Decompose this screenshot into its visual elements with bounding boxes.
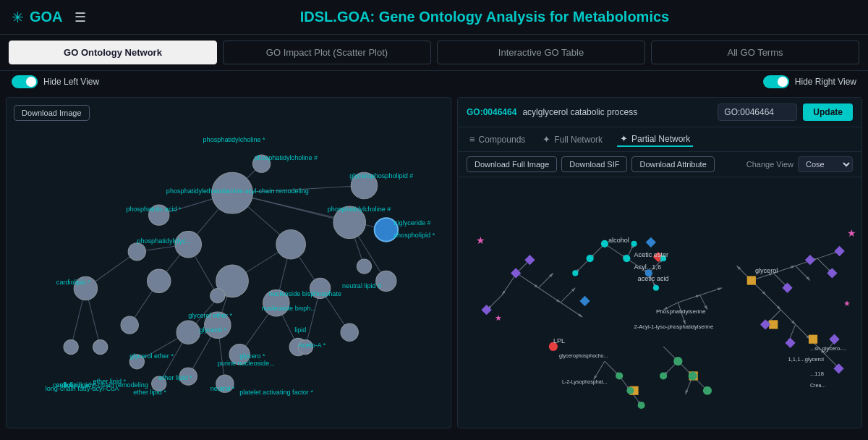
svg-text:★: ★ [476, 234, 485, 246]
svg-point-50 [64, 339, 78, 354]
svg-point-174 [572, 270, 578, 276]
download-attribute-btn[interactable]: Download Attribute [631, 156, 714, 172]
svg-point-175 [653, 285, 659, 291]
change-view-label: Change View [746, 160, 793, 169]
svg-point-45 [176, 321, 200, 344]
svg-text:Aceto-A *: Aceto-A * [298, 342, 326, 349]
change-view-group: Change View Cose Circle Grid Random [746, 156, 853, 172]
logo-icon: ✳ [12, 9, 24, 26]
go-name-label: acylglycerol catabolic process [522, 107, 712, 117]
go-id-label: GO:0046464 [467, 107, 516, 117]
header-title: IDSL.GOA: Gene Ontology Analysis for Met… [113, 9, 856, 25]
view-select[interactable]: Cose Circle Grid Random [798, 156, 853, 172]
svg-point-155 [660, 372, 667, 379]
svg-point-41 [148, 269, 171, 292]
full-network-tab-label: Full Network [554, 135, 603, 145]
svg-text:glycerol ether *: glycerol ether * [129, 352, 174, 360]
tab-compounds[interactable]: ≡ Compounds [467, 132, 528, 146]
svg-point-173 [631, 241, 637, 247]
svg-point-154 [703, 386, 712, 395]
tab-go-table[interactable]: Interactive GO Table [437, 41, 645, 64]
hamburger-button[interactable]: ☰ [69, 7, 92, 28]
svg-rect-149 [809, 335, 817, 344]
right-top-bar: GO:0046464 acylglycerol catabolic proces… [458, 98, 861, 127]
svg-text:acetic acid: acetic acid [638, 275, 669, 282]
svg-text:phosphatidylethanolamine acyl-: phosphatidylethanolamine acyl-chain remo… [166, 187, 309, 195]
controls-row: Hide Left View Hide Right View [0, 71, 868, 93]
svg-text:LPL: LPL [553, 337, 565, 344]
header: ✳ GOA ☰ IDSL.GOA: Gene Ontology Analysis… [0, 0, 868, 35]
svg-text:★: ★ [843, 299, 851, 308]
svg-text:glycerol *: glycerol * [199, 326, 226, 334]
hide-left-toggle[interactable] [12, 75, 38, 88]
tab-go-terms[interactable]: All GO Terms [651, 41, 859, 64]
svg-text:Acyl...1,6: Acyl...1,6 [634, 263, 661, 271]
download-sif-btn[interactable]: Download SIF [561, 156, 627, 172]
logo-area: ✳ GOA ☰ [12, 7, 113, 28]
svg-text:nucleoside bisph...: nucleoside bisph... [262, 305, 316, 312]
svg-point-157 [638, 402, 645, 409]
logo-text: GOA [30, 9, 63, 25]
svg-text:phosphatidylcholine #: phosphatidylcholine # [328, 206, 392, 213]
right-panel-tabs: ≡ Compounds ✦ Full Network ✦ Partial Net… [458, 127, 861, 152]
partial-network-tab-label: Partial Network [631, 134, 690, 144]
svg-point-32 [276, 229, 306, 259]
svg-text:...sn-glycero-...: ...sn-glycero-... [810, 345, 846, 352]
hide-right-toggle-group: Hide Right View [763, 75, 856, 88]
svg-rect-89 [458, 185, 861, 420]
tab-partial-network[interactable]: ✦ Partial Network [617, 132, 693, 147]
svg-point-52 [341, 323, 358, 341]
right-panel: GO:0046464 acylglycerol catabolic proces… [457, 97, 862, 428]
tab-go-ontology[interactable]: GO Ontology Network [9, 41, 217, 64]
compounds-tab-label: Compounds [479, 135, 526, 145]
svg-text:★: ★ [495, 313, 502, 322]
svg-point-33 [175, 231, 201, 257]
right-network-area: ★ ★ ★ ★ [458, 177, 861, 428]
full-network-icon: ✦ [542, 134, 550, 145]
tab-go-impact[interactable]: GO Impact Plot (Scatter Plot) [223, 41, 431, 64]
svg-text:triglyceride #: triglyceride # [393, 219, 432, 227]
svg-point-170 [601, 240, 608, 248]
svg-point-172 [623, 255, 630, 262]
svg-text:glycero *: glycero * [239, 352, 265, 360]
svg-text:Crea...: Crea... [810, 383, 825, 389]
svg-text:ether lipid *: ether lipid * [93, 378, 127, 385]
update-button[interactable]: Update [803, 103, 853, 121]
svg-point-42 [128, 243, 145, 261]
svg-text:glycerol: glycerol [755, 267, 778, 274]
svg-text:ether lipid *: ether lipid * [133, 389, 166, 396]
download-image-button[interactable]: Download Image [14, 105, 90, 121]
go-id-input[interactable] [718, 103, 797, 121]
right-network-svg: ★ ★ ★ ★ [458, 177, 861, 428]
tab-full-network[interactable]: ✦ Full Network [540, 132, 605, 146]
partial-network-icon: ✦ [620, 133, 628, 144]
svg-text:phosphatidic acid *: phosphatidic acid * [126, 206, 182, 213]
svg-text:2-Acyl-1-lyso-phosphatidylseri: 2-Acyl-1-lyso-phosphatidylserine [634, 323, 713, 330]
svg-point-55 [357, 259, 371, 274]
hide-right-toggle[interactable] [763, 75, 789, 88]
tab-navigation: GO Ontology Network GO Impact Plot (Scat… [0, 35, 868, 71]
svg-text:ether lipid *: ether lipid * [159, 374, 192, 381]
svg-text:lipid: lipid [294, 326, 306, 334]
svg-text:platelet activating factor *: platelet activating factor * [239, 389, 313, 396]
hide-left-label: Hide Left View [43, 77, 99, 87]
svg-text:phosphatidylcholine *: phosphatidylcholine * [203, 136, 266, 143]
download-full-image-btn[interactable]: Download Full Image [467, 156, 557, 172]
svg-rect-147 [747, 276, 756, 284]
svg-point-51 [93, 339, 108, 354]
svg-text:phosphatidylcholine #: phosphatidylcholine # [254, 154, 318, 161]
right-action-bar: Download Full Image Download SIF Downloa… [458, 152, 861, 177]
svg-point-43 [210, 288, 225, 302]
compounds-icon: ≡ [469, 134, 475, 145]
svg-text:neutral lipid #: neutral lipid # [342, 282, 382, 289]
svg-point-48 [121, 316, 138, 334]
hide-left-toggle-group: Hide Left View [12, 75, 99, 88]
svg-point-152 [673, 357, 682, 365]
svg-text:glycerol ether *: glycerol ether * [188, 312, 232, 319]
main-content: Download Image [0, 93, 868, 433]
svg-point-158 [616, 372, 623, 379]
svg-text:1,1,1...glycerol: 1,1,1...glycerol [788, 356, 825, 363]
svg-text:neutral *: neutral * [210, 385, 235, 392]
left-panel: Download Image [6, 97, 451, 428]
svg-point-156 [626, 387, 634, 394]
